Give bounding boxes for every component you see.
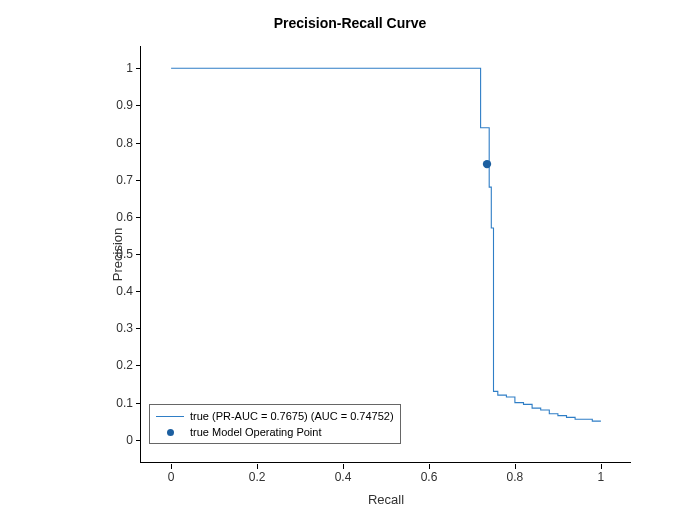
legend-entry: true (PR-AUC = 0.7675) (AUC = 0.74752) [156,408,394,424]
legend-label: true (PR-AUC = 0.7675) (AUC = 0.74752) [190,408,394,424]
axes: 00.20.40.60.81 00.10.20.30.40.50.60.70.8… [140,46,631,463]
chart-title: Precision-Recall Curve [0,15,700,31]
legend-entry: true Model Operating Point [156,424,394,440]
legend: true (PR-AUC = 0.7675) (AUC = 0.74752) t… [149,404,401,444]
marker-icon [156,429,184,436]
plot-area [141,46,631,462]
figure: Precision-Recall Curve 00.20.40.60.81 00… [0,0,700,525]
svg-point-0 [483,160,491,168]
x-axis-label: Recall [141,492,631,507]
legend-label: true Model Operating Point [190,424,321,440]
y-axis-label: Precision [91,46,144,462]
line-icon [156,416,184,417]
